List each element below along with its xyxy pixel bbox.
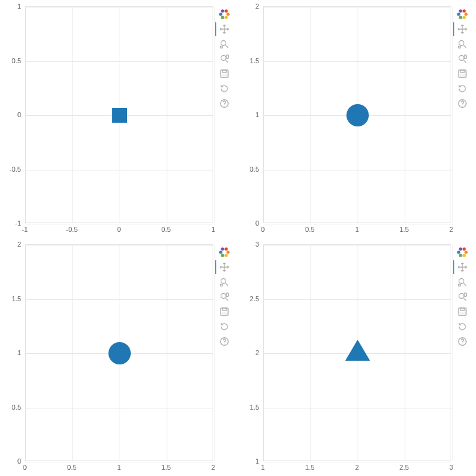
gridline (405, 7, 405, 223)
svg-point-32 (224, 254, 227, 257)
y-tick-label: 1 (1, 2, 21, 10)
svg-rect-39 (226, 293, 229, 297)
svg-rect-7 (221, 46, 223, 48)
plot-area[interactable] (25, 244, 213, 461)
gridline (405, 245, 405, 461)
reset-tool[interactable] (455, 82, 470, 95)
gridline (25, 462, 213, 462)
box-zoom-tool[interactable] (217, 275, 232, 289)
box-zoom-tool[interactable] (455, 37, 470, 51)
x-tick-label: 0.5 (154, 226, 178, 233)
svg-point-18 (459, 16, 462, 19)
svg-point-2 (224, 16, 227, 19)
save-tool[interactable] (455, 305, 470, 319)
plot-area[interactable] (263, 6, 451, 223)
svg-point-53 (459, 294, 464, 299)
x-tick-label: -0.5 (60, 226, 84, 233)
gridline (25, 408, 213, 408)
chart-panel: 00.511.5200.511.52 (0, 238, 238, 476)
gridline (311, 245, 311, 461)
bokeh-logo-icon (455, 245, 470, 259)
wheel-zoom-tool[interactable] (217, 290, 232, 304)
circle-marker (346, 104, 369, 126)
wheel-zoom-tool[interactable] (217, 52, 232, 66)
y-tick-label: 0 (239, 219, 259, 227)
svg-point-17 (462, 16, 465, 19)
svg-point-30 (224, 247, 227, 250)
x-tick-label: 2.5 (392, 464, 416, 471)
x-tick-label: 3 (439, 464, 464, 471)
pan-tool[interactable] (455, 22, 470, 36)
y-tick-label: 1 (239, 457, 259, 465)
x-axis-ticks: 00.511.52 (25, 464, 213, 472)
x-tick-label: 1 (201, 226, 226, 233)
wheel-zoom-tool[interactable] (455, 290, 470, 304)
plot-area[interactable] (263, 244, 451, 461)
svg-rect-42 (223, 312, 227, 315)
svg-rect-24 (464, 55, 467, 59)
x-axis-ticks: 00.511.52 (263, 226, 451, 234)
gridline (263, 7, 264, 223)
svg-rect-56 (461, 308, 464, 311)
svg-point-47 (462, 254, 465, 257)
x-tick-label: 0 (107, 226, 131, 233)
svg-point-6 (221, 41, 226, 46)
svg-point-33 (221, 254, 224, 257)
save-tool[interactable] (217, 67, 232, 81)
y-axis-ticks: 00.511.52 (238, 6, 259, 223)
y-axis-ticks: 11.522.53 (238, 244, 259, 461)
svg-point-29 (462, 105, 462, 106)
x-axis-ticks: 11.522.53 (263, 464, 451, 472)
gridline (263, 245, 451, 245)
reset-tool[interactable] (217, 82, 232, 95)
svg-point-21 (459, 41, 464, 46)
gridline (452, 245, 452, 461)
x-tick-label: 1 (107, 464, 131, 471)
svg-point-36 (221, 279, 226, 284)
y-tick-label: 1.5 (239, 57, 259, 64)
help-tool[interactable] (217, 97, 232, 110)
plot-toolbar (455, 7, 470, 110)
bokeh-logo-icon (217, 245, 232, 259)
circle-marker (108, 342, 131, 364)
box-zoom-tool[interactable] (217, 37, 232, 51)
help-tool[interactable] (455, 97, 470, 110)
svg-point-44 (224, 343, 224, 344)
gridline (73, 245, 73, 461)
x-tick-label: 0.5 (298, 226, 322, 233)
gridline (25, 224, 213, 224)
pan-tool[interactable] (217, 22, 232, 36)
gridline (25, 61, 213, 62)
svg-point-20 (459, 9, 462, 12)
y-tick-label: 2.5 (239, 295, 259, 302)
svg-rect-57 (461, 312, 465, 315)
pan-tool[interactable] (217, 260, 232, 274)
help-tool[interactable] (217, 335, 232, 348)
reset-tool[interactable] (455, 320, 470, 333)
gridline (73, 7, 73, 223)
save-tool[interactable] (455, 67, 470, 81)
x-axis-ticks: -1-0.500.51 (25, 226, 213, 234)
svg-point-0 (224, 9, 227, 12)
reset-tool[interactable] (217, 320, 232, 333)
svg-rect-27 (461, 74, 465, 77)
help-tool[interactable] (455, 335, 470, 348)
gridline (214, 7, 214, 223)
svg-point-46 (464, 250, 467, 253)
save-tool[interactable] (217, 305, 232, 319)
svg-point-19 (457, 12, 460, 15)
y-tick-label: 0.5 (239, 165, 259, 173)
svg-rect-22 (459, 46, 461, 48)
gridline (263, 462, 451, 462)
x-tick-label: 1.5 (392, 226, 416, 233)
bokeh-logo-icon (217, 7, 232, 21)
wheel-zoom-tool[interactable] (455, 52, 470, 66)
y-tick-label: 1 (1, 349, 21, 356)
pan-tool[interactable] (455, 260, 470, 274)
x-tick-label: 1.5 (298, 464, 322, 471)
svg-point-45 (462, 247, 465, 250)
svg-point-49 (457, 250, 460, 253)
box-zoom-tool[interactable] (455, 275, 470, 289)
plot-area[interactable] (25, 6, 213, 223)
svg-point-8 (221, 56, 226, 61)
